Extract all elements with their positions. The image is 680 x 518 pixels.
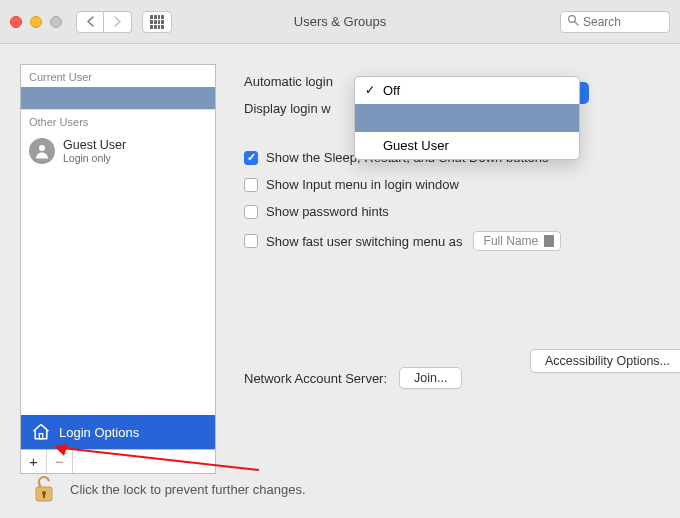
sidebar-item-guest-user[interactable]: Guest User Login only [21,132,215,170]
user-name-label: Guest User [63,138,126,152]
search-icon [567,14,579,29]
add-remove-bar: + − [21,449,215,473]
current-user-header: Current User [21,65,215,87]
dropdown-option-off[interactable]: Off [355,77,579,104]
login-options-label: Login Options [59,425,139,440]
fast-user-select[interactable]: Full Name ⇅ [473,231,562,251]
user-sidebar: Current User Other Users Guest User Logi… [20,64,216,474]
checkbox-password-hints-label: Show password hints [266,204,389,219]
checkbox-fast-user-switching[interactable] [244,234,258,248]
search-input[interactable] [583,15,663,29]
zoom-window-icon [50,16,62,28]
grid-icon [150,15,164,29]
svg-point-2 [39,145,45,151]
automatic-login-label: Automatic login [244,74,333,89]
titlebar: Users & Groups [0,0,680,44]
dropdown-off-label: Off [383,83,400,98]
minimize-window-icon[interactable] [30,16,42,28]
dropdown-option-highlighted[interactable] [355,104,579,132]
join-button[interactable]: Join... [399,367,462,389]
show-all-button[interactable] [142,11,172,33]
unlocked-lock-icon[interactable] [30,474,58,504]
display-login-label: Display login w [244,101,331,116]
user-text: Guest User Login only [63,138,126,164]
back-button[interactable] [76,11,104,33]
automatic-login-dropdown: Off Guest User [354,76,580,160]
window-title: Users & Groups [294,14,386,29]
forward-button[interactable] [104,11,132,33]
network-account-server-label: Network Account Server: [244,371,387,386]
dropdown-option-guest-user[interactable]: Guest User [355,132,579,159]
svg-line-1 [575,22,578,25]
checkbox-input-menu[interactable] [244,178,258,192]
lock-footer: Click the lock to prevent further change… [30,474,306,504]
close-window-icon[interactable] [10,16,22,28]
other-users-header: Other Users [21,109,215,132]
accessibility-options-button[interactable]: Accessibility Options... [530,349,680,373]
dropdown-guest-label: Guest User [383,138,449,153]
remove-user-button[interactable]: − [47,450,73,473]
user-sub-label: Login only [63,152,126,164]
lock-footer-text: Click the lock to prevent further change… [70,482,306,497]
checkbox-password-hints[interactable] [244,205,258,219]
traffic-lights [10,16,62,28]
nav-buttons [76,11,132,33]
house-icon [31,422,51,442]
checkbox-fast-user-label: Show fast user switching menu as [266,234,463,249]
checkbox-sleep-restart[interactable] [244,151,258,165]
search-field[interactable] [560,11,670,33]
svg-rect-6 [43,494,45,498]
sidebar-item-login-options[interactable]: Login Options [21,415,215,449]
add-user-button[interactable]: + [21,450,47,473]
svg-rect-3 [39,434,42,439]
chevron-updown-icon: ⇅ [546,236,554,246]
avatar-icon [29,138,55,164]
fast-user-value: Full Name [484,234,539,248]
checkbox-input-menu-label: Show Input menu in login window [266,177,459,192]
current-user-selection[interactable] [21,87,215,109]
